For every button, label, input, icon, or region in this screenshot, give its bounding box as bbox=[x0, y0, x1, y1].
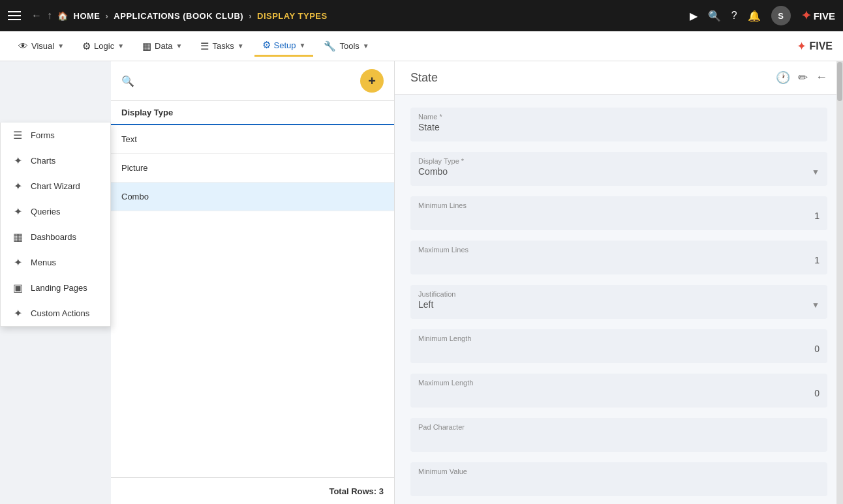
menus-icon: ✦ bbox=[11, 256, 24, 269]
left-panel-footer: Total Rows: 3 bbox=[111, 477, 394, 504]
five-nav-logo: ✦ FIVE bbox=[797, 39, 833, 53]
setup-nav-btn[interactable]: ⚙ Setup ▼ bbox=[254, 35, 314, 57]
dropdown-item-chart-wizard[interactable]: ✦ Chart Wizard bbox=[1, 173, 110, 199]
list-item-picture[interactable]: Picture bbox=[111, 154, 394, 183]
search-globe-icon[interactable]: 🔍 bbox=[708, 10, 721, 22]
back-arrow[interactable]: ← bbox=[31, 10, 42, 22]
pad-char-label: Pad Character bbox=[418, 423, 820, 431]
display-type-value[interactable]: Combo bbox=[418, 166, 448, 177]
breadcrumb-home[interactable]: 🏠 bbox=[57, 11, 69, 21]
breadcrumb-current: DISPLAY TYPES bbox=[257, 11, 328, 21]
bell-icon[interactable]: 🔔 bbox=[748, 10, 761, 22]
min-length-field: Minimum Length 0 bbox=[410, 329, 827, 363]
setup-label: Setup bbox=[274, 40, 296, 50]
logic-label: Logic bbox=[94, 41, 114, 51]
page-title: State bbox=[410, 71, 768, 85]
dropdown-item-dashboards[interactable]: ▦ Dashboards bbox=[1, 224, 110, 250]
list-cell-combo: Combo bbox=[121, 192, 149, 201]
edit-icon[interactable]: ✏ bbox=[798, 70, 808, 85]
name-field: Name * State bbox=[410, 108, 827, 141]
justification-arrow-icon[interactable]: ▼ bbox=[812, 301, 820, 310]
user-avatar[interactable]: S bbox=[771, 6, 791, 25]
custom-actions-icon: ✦ bbox=[11, 307, 24, 319]
queries-icon: ✦ bbox=[11, 205, 24, 218]
dropdown-item-custom-actions[interactable]: ✦ Custom Actions bbox=[1, 301, 110, 326]
logic-arrow: ▼ bbox=[117, 42, 124, 50]
display-type-row: Combo ▼ bbox=[418, 166, 820, 177]
charts-icon: ✦ bbox=[11, 155, 24, 167]
breadcrumb-home-label[interactable]: HOME bbox=[74, 11, 100, 21]
min-value-field: Minimum Value bbox=[410, 462, 827, 496]
tools-label: Tools bbox=[339, 41, 359, 51]
dropdown-item-charts[interactable]: ✦ Charts bbox=[1, 148, 110, 173]
right-panel-header: State 🕐 ✏ ← bbox=[395, 61, 843, 95]
search-button[interactable]: 🔍 bbox=[121, 75, 134, 87]
breadcrumb-sep2: › bbox=[249, 11, 252, 21]
main-layout: ☰ Forms ✦ Charts ✦ Chart Wizard ✦ Querie… bbox=[0, 61, 843, 504]
panel-header-icons: 🕐 ✏ ← bbox=[776, 70, 827, 85]
max-length-value[interactable]: 0 bbox=[814, 388, 820, 398]
breadcrumb-app[interactable]: APPLICATIONS (BOOK CLUB) bbox=[114, 11, 243, 21]
name-value[interactable]: State bbox=[418, 122, 820, 132]
breadcrumb: 🏠 HOME › APPLICATIONS (BOOK CLUB) › DISP… bbox=[57, 11, 684, 21]
list-header: Display Type bbox=[111, 101, 394, 125]
help-icon[interactable]: ? bbox=[731, 10, 737, 22]
tools-arrow: ▼ bbox=[363, 42, 369, 50]
dropdown-item-menus[interactable]: ✦ Menus bbox=[1, 250, 110, 275]
landing-pages-icon: ▣ bbox=[11, 282, 24, 294]
justification-field: Justification Left ▼ bbox=[410, 285, 827, 319]
add-button[interactable]: + bbox=[360, 69, 384, 93]
dashboards-label: Dashboards bbox=[31, 232, 76, 242]
dropdown-item-forms[interactable]: ☰ Forms bbox=[1, 123, 110, 148]
dashboards-icon: ▦ bbox=[11, 231, 24, 243]
logo-text: FIVE bbox=[814, 10, 835, 22]
visual-nav-btn[interactable]: 👁 Visual ▼ bbox=[10, 37, 72, 55]
data-icon: ▦ bbox=[142, 40, 151, 52]
display-type-list: Display Type Text Picture Combo bbox=[111, 101, 394, 477]
dropdown-item-queries[interactable]: ✦ Queries bbox=[1, 199, 110, 224]
hamburger-menu[interactable] bbox=[8, 11, 21, 20]
min-lines-value[interactable]: 1 bbox=[814, 211, 820, 221]
display-type-arrow-icon[interactable]: ▼ bbox=[812, 168, 820, 177]
visual-dropdown-menu: ☰ Forms ✦ Charts ✦ Chart Wizard ✦ Querie… bbox=[0, 123, 111, 327]
visual-label: Visual bbox=[31, 41, 54, 51]
justification-value[interactable]: Left bbox=[418, 299, 433, 310]
pad-char-field: Pad Character bbox=[410, 418, 827, 452]
tools-nav-btn[interactable]: 🔧 Tools ▼ bbox=[316, 37, 376, 56]
max-lines-field: Maximum Lines 1 bbox=[410, 241, 827, 274]
forward-arrow[interactable]: ↑ bbox=[47, 10, 52, 22]
five-logo: ✦ FIVE bbox=[801, 8, 835, 23]
display-type-field: Display Type * Combo ▼ bbox=[410, 152, 827, 186]
list-item-combo[interactable]: Combo bbox=[111, 183, 394, 211]
top-nav-icons: ▶ 🔍 ? 🔔 S bbox=[690, 6, 791, 25]
name-label: Name * bbox=[418, 113, 820, 121]
back-panel-icon[interactable]: ← bbox=[816, 70, 827, 85]
setup-arrow: ▼ bbox=[299, 42, 306, 49]
min-length-row: 0 bbox=[418, 344, 820, 354]
max-lines-value[interactable]: 1 bbox=[814, 255, 820, 265]
landing-pages-label: Landing Pages bbox=[31, 283, 87, 293]
play-icon[interactable]: ▶ bbox=[690, 10, 697, 22]
charts-label: Charts bbox=[31, 156, 55, 166]
right-panel: State 🕐 ✏ ← Name * State Display Type * … bbox=[395, 61, 843, 504]
data-label: Data bbox=[155, 41, 172, 51]
setup-icon: ⚙ bbox=[262, 39, 271, 51]
min-value-label: Minimum Value bbox=[418, 467, 820, 475]
dropdown-item-landing-pages[interactable]: ▣ Landing Pages bbox=[1, 275, 110, 301]
logic-icon: ⚙ bbox=[82, 40, 91, 52]
visual-icon: 👁 bbox=[18, 40, 28, 52]
min-lines-row: 1 bbox=[418, 211, 820, 221]
five-nav-logo-text: FIVE bbox=[809, 40, 833, 52]
min-length-value[interactable]: 0 bbox=[814, 344, 820, 354]
list-item-text[interactable]: Text bbox=[111, 125, 394, 154]
tasks-nav-btn[interactable]: ☰ Tasks ▼ bbox=[192, 37, 251, 56]
tasks-arrow: ▼ bbox=[238, 42, 244, 50]
scrollbar-thumb[interactable] bbox=[837, 62, 842, 101]
left-panel-header: 🔍 + bbox=[111, 61, 394, 101]
logic-nav-btn[interactable]: ⚙ Logic ▼ bbox=[74, 37, 132, 56]
data-nav-btn[interactable]: ▦ Data ▼ bbox=[134, 37, 190, 56]
history-icon[interactable]: 🕐 bbox=[776, 70, 790, 85]
breadcrumb-sep1: › bbox=[106, 11, 109, 21]
tasks-label: Tasks bbox=[212, 41, 234, 51]
scrollbar-track bbox=[836, 61, 843, 504]
